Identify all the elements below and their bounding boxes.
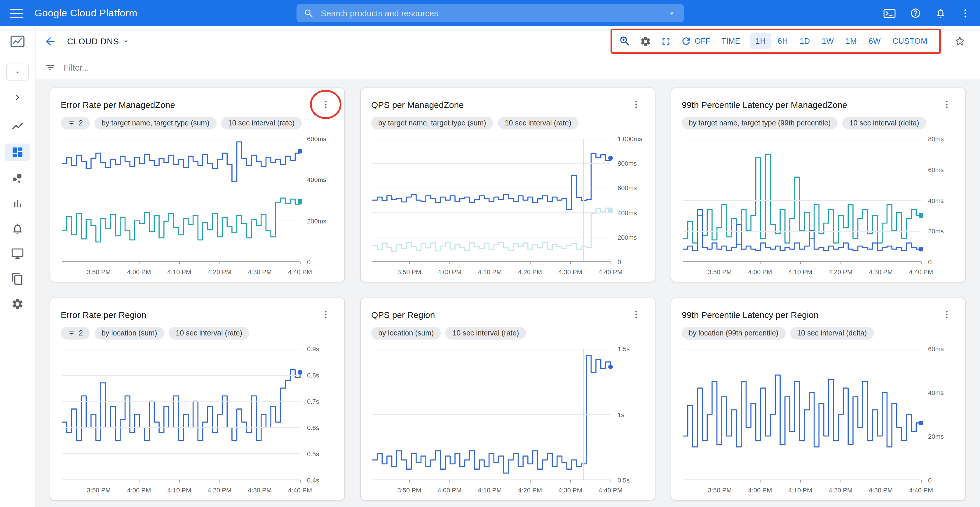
x-axis-labels: 3:50 PM4:00 PM4:10 PM4:20 PM4:30 PM4:40 …	[62, 486, 300, 495]
search-bar[interactable]	[296, 4, 684, 22]
filter-bar	[36, 56, 980, 79]
time-range-6h[interactable]: 6H	[772, 33, 793, 49]
dashboard-context-selector[interactable]: CLOUD DNS	[67, 37, 131, 46]
card-title: 99th Percentile Latency per Region	[682, 310, 819, 319]
groupby-chip[interactable]: by target name, target type (sum)	[95, 117, 216, 130]
time-range-1h[interactable]: 1H	[750, 33, 772, 49]
time-range-1m[interactable]: 1M	[840, 33, 862, 49]
card-error-rate-managedzone: Error Rate per ManagedZone 2 by target n…	[49, 87, 345, 282]
notifications-bell-icon[interactable]	[935, 8, 946, 19]
y-axis-labels: 1.5s1s0.5s	[613, 349, 644, 480]
card-menu-icon[interactable]	[939, 99, 955, 110]
favorite-star-icon[interactable]	[954, 35, 966, 47]
time-label: TIME	[721, 37, 740, 46]
filter-input[interactable]	[62, 62, 980, 73]
sidebar-item-settings[interactable]	[5, 296, 30, 312]
chip-row: 2 by location (sum) 10 sec interval (rat…	[61, 327, 334, 340]
overflow-menu-icon[interactable]	[960, 8, 970, 18]
chip-row: by location (99th percentile) 10 sec int…	[682, 327, 955, 340]
menu-icon[interactable]	[10, 8, 23, 18]
timeseries-chart[interactable]: 80ms60ms40ms20ms0 3:50 PM4:00 PM4:10 PM4…	[682, 134, 955, 278]
timeseries-chart[interactable]: 1.5s1s0.5s 3:50 PM4:00 PM4:10 PM4:20 PM4…	[371, 344, 644, 496]
app-title: Google Cloud Platform	[35, 7, 137, 19]
y-axis-labels: 600ms400ms200ms0	[302, 139, 334, 262]
groupby-chip[interactable]: by location (99th percentile)	[682, 327, 785, 340]
sidebar-item-dashboards[interactable]	[5, 143, 30, 161]
card-menu-icon[interactable]	[318, 99, 334, 110]
time-range-custom[interactable]: CUSTOM	[887, 33, 933, 49]
dashboard-toolbar: CLOUD DNS OFF TIME 1H 6H 1D 1W	[36, 26, 980, 56]
chip-row: by location (sum) 10 sec interval (rate)	[371, 327, 644, 340]
dashboard-grid: Error Rate per ManagedZone 2 by target n…	[36, 79, 980, 507]
funnel-icon	[68, 329, 75, 337]
help-icon[interactable]	[910, 8, 921, 19]
auto-refresh-toggle[interactable]: OFF	[681, 36, 710, 47]
dashboard-name: CLOUD DNS	[67, 37, 119, 46]
search-icon	[303, 8, 314, 18]
y-axis-labels: 60ms40ms20ms0	[923, 349, 955, 480]
chart-settings-gear-icon[interactable]	[640, 35, 651, 47]
time-range-1d[interactable]: 1D	[794, 33, 815, 49]
groupby-chip[interactable]: by location (sum)	[95, 327, 164, 340]
timeseries-chart[interactable]: 600ms400ms200ms0 3:50 PM4:00 PM4:10 PM4:…	[61, 134, 334, 278]
time-range-6w[interactable]: 6W	[863, 33, 886, 49]
sidebar	[0, 26, 36, 507]
funnel-icon	[68, 119, 75, 127]
interval-chip[interactable]: 10 sec interval (rate)	[445, 327, 526, 340]
chevron-down-icon[interactable]	[666, 8, 677, 18]
groupby-chip[interactable]: by location (sum)	[371, 327, 441, 340]
back-arrow-icon[interactable]	[44, 35, 57, 48]
cloud-shell-icon[interactable]	[883, 8, 896, 18]
card-latency-managedzone: 99th Percentile Latency per ManagedZone …	[671, 87, 966, 282]
sidebar-item-metrics-explorer[interactable]	[5, 196, 30, 211]
sidebar-item-groups[interactable]	[5, 271, 30, 286]
interval-chip[interactable]: 10 sec interval (rate)	[498, 117, 578, 130]
sidebar-item-alerting[interactable]	[5, 221, 30, 236]
timeseries-chart[interactable]: 0.9s0.8s0.7s0.6s0.5s0.4s 3:50 PM4:00 PM4…	[61, 344, 334, 496]
card-title: QPS per ManagedZone	[371, 100, 464, 110]
card-menu-icon[interactable]	[628, 308, 644, 320]
card-title: Error Rate per Region	[61, 310, 146, 319]
chip-row: by target name, target type (sum) 10 sec…	[371, 117, 644, 130]
search-input[interactable]	[320, 8, 666, 18]
y-axis-labels: 1,000ms800ms600ms400ms200ms0	[613, 139, 644, 262]
fullscreen-icon[interactable]	[660, 35, 672, 47]
y-axis-labels: 80ms60ms40ms20ms0	[923, 139, 955, 262]
app-bar: Google Cloud Platform	[0, 0, 980, 26]
card-error-rate-region: Error Rate per Region 2 by location (sum…	[49, 297, 345, 501]
x-axis-labels: 3:50 PM4:00 PM4:10 PM4:20 PM4:30 PM4:40 …	[62, 269, 300, 277]
filter-count-chip[interactable]: 2	[61, 327, 90, 340]
card-menu-icon[interactable]	[939, 308, 955, 320]
interval-chip[interactable]: 10 sec interval (delta)	[842, 117, 926, 130]
scope-selector-dropdown[interactable]	[6, 64, 29, 81]
sidebar-expand-icon[interactable]	[12, 89, 23, 106]
chip-row: 2 by target name, target type (sum) 10 s…	[61, 117, 334, 130]
interval-chip[interactable]: 10 sec interval (rate)	[221, 117, 302, 130]
card-menu-icon[interactable]	[628, 99, 644, 110]
groupby-chip[interactable]: by target name, target type (sum)	[371, 117, 493, 130]
interval-chip[interactable]: 10 sec interval (delta)	[790, 327, 874, 340]
groupby-chip[interactable]: by target name, target type (99th percen…	[682, 117, 838, 130]
toolbar-right: OFF TIME 1H 6H 1D 1W 1M 6W CUSTOM	[611, 29, 966, 54]
refresh-icon	[681, 36, 692, 47]
x-axis-labels: 3:50 PM4:00 PM4:10 PM4:20 PM4:30 PM4:40 …	[683, 486, 921, 495]
monitoring-logo-icon[interactable]	[0, 26, 35, 56]
time-range-group: 1H 6H 1D 1W 1M 6W CUSTOM	[750, 33, 933, 49]
context-caret-icon	[121, 37, 131, 46]
zoom-chart-icon[interactable]	[619, 35, 631, 47]
card-title: QPS per Region	[371, 310, 435, 319]
time-controls-annotation-box: OFF TIME 1H 6H 1D 1W 1M 6W CUSTOM	[611, 29, 941, 54]
timeseries-chart[interactable]: 1,000ms800ms600ms400ms200ms0 3:50 PM4:00…	[371, 134, 644, 278]
sidebar-item-services[interactable]	[5, 171, 30, 186]
time-range-1w[interactable]: 1W	[816, 33, 839, 49]
sidebar-items	[5, 118, 30, 312]
filter-count-chip[interactable]: 2	[61, 117, 90, 130]
card-title: Error Rate per ManagedZone	[61, 100, 175, 110]
sidebar-item-uptime-checks[interactable]	[5, 246, 30, 261]
card-menu-icon[interactable]	[318, 308, 334, 320]
appbar-actions	[883, 8, 970, 19]
interval-chip[interactable]: 10 sec interval (rate)	[169, 327, 249, 340]
sidebar-item-overview[interactable]	[5, 118, 30, 134]
x-axis-labels: 3:50 PM4:00 PM4:10 PM4:20 PM4:30 PM4:40 …	[372, 269, 611, 277]
timeseries-chart[interactable]: 60ms40ms20ms0 3:50 PM4:00 PM4:10 PM4:20 …	[682, 344, 955, 496]
